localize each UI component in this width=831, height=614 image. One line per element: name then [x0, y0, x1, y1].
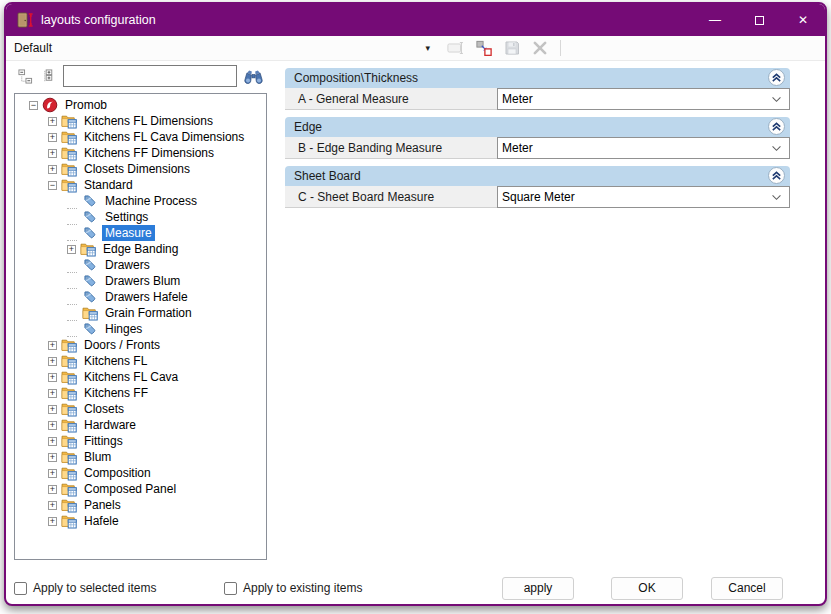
- window-controls: — ✕: [693, 4, 825, 36]
- section-title: Sheet Board: [294, 169, 361, 183]
- chevron-down-icon: ▾: [425, 43, 430, 53]
- tree-item-hardware[interactable]: +Hardware: [15, 417, 266, 433]
- apply-to-selected-items-checkbox[interactable]: Apply to selected items: [14, 581, 156, 595]
- collapse-section-button[interactable]: [768, 69, 785, 86]
- tree-item-blum[interactable]: +Blum: [15, 449, 266, 465]
- tree-item-hafele[interactable]: +Hafele: [15, 513, 266, 529]
- tree-item-standard[interactable]: −Standard: [15, 177, 266, 193]
- expand-expander-icon[interactable]: +: [48, 485, 57, 494]
- tree-item-drawers-hafele[interactable]: Drawers Hafele: [15, 289, 266, 305]
- expand-expander-icon[interactable]: +: [48, 165, 57, 174]
- maximize-button[interactable]: [737, 4, 781, 36]
- expand-expander-icon[interactable]: +: [48, 469, 57, 478]
- rename-layout-button[interactable]: [446, 39, 466, 57]
- tree-item-drawers[interactable]: Drawers: [15, 257, 266, 273]
- find-button[interactable]: [240, 65, 267, 88]
- titlebar: layouts configuration — ✕: [6, 4, 825, 36]
- collapse-expander-icon[interactable]: −: [48, 181, 57, 190]
- tree-item-measure[interactable]: Measure: [15, 225, 266, 241]
- expand-expander-icon[interactable]: +: [48, 117, 57, 126]
- section-header: Edge: [285, 117, 790, 137]
- tree-item-label: Closets Dimensions: [81, 161, 193, 177]
- expand-expander-icon[interactable]: +: [48, 501, 57, 510]
- tree-item-fittings[interactable]: +Fittings: [15, 433, 266, 449]
- expand-expander-icon[interactable]: +: [67, 245, 76, 254]
- tree-item-closets[interactable]: +Closets: [15, 401, 266, 417]
- field-dropdown[interactable]: Meter: [497, 88, 790, 110]
- checkbox-box[interactable]: [224, 582, 237, 595]
- tree-item-kitchens-fl-cava-dimensions[interactable]: +Kitchens FL Cava Dimensions: [15, 129, 266, 145]
- tree-item-hinges[interactable]: Hinges: [15, 321, 266, 337]
- close-icon: ✕: [798, 13, 808, 27]
- expand-all-button[interactable]: [37, 65, 60, 87]
- tree-search-input[interactable]: [63, 65, 237, 87]
- apply-to-existing-items-checkbox[interactable]: Apply to existing items: [224, 581, 362, 595]
- copy-layout-button[interactable]: [474, 39, 494, 57]
- checkbox-box[interactable]: [14, 582, 27, 595]
- folder-icon: [61, 449, 77, 465]
- tree-item-promob[interactable]: −Promob: [15, 97, 266, 113]
- apply-button[interactable]: apply: [502, 577, 574, 600]
- expand-expander-icon[interactable]: +: [48, 517, 57, 526]
- expand-expander-icon[interactable]: +: [48, 453, 57, 462]
- layout-selector-combobox[interactable]: Default ▾: [6, 36, 436, 61]
- layout-selector-value: Default: [14, 41, 52, 55]
- cancel-button[interactable]: Cancel: [711, 577, 783, 600]
- folder-icon: [61, 161, 77, 177]
- tree-item-composition[interactable]: +Composition: [15, 465, 266, 481]
- collapse-section-button[interactable]: [768, 167, 785, 184]
- collapse-expander-icon[interactable]: −: [29, 101, 38, 110]
- expand-expander-icon[interactable]: +: [48, 341, 57, 350]
- expand-expander-icon[interactable]: +: [48, 149, 57, 158]
- tree-item-machine-process[interactable]: Machine Process: [15, 193, 266, 209]
- delete-layout-button[interactable]: [530, 39, 550, 57]
- tag-icon: [82, 273, 98, 289]
- section-title: Edge: [294, 120, 322, 134]
- tree-item-grain-formation[interactable]: Grain Formation: [15, 305, 266, 321]
- minimize-button[interactable]: —: [693, 4, 737, 36]
- tree-item-kitchens-fl[interactable]: +Kitchens FL: [15, 353, 266, 369]
- expand-expander-icon[interactable]: +: [48, 389, 57, 398]
- expand-expander-icon[interactable]: +: [48, 373, 57, 382]
- folder-icon: [61, 129, 77, 145]
- collapse-all-button[interactable]: [14, 65, 37, 87]
- settings-section: Composition\Thickness A - General Measur…: [285, 68, 790, 110]
- field-dropdown[interactable]: Meter: [497, 137, 790, 159]
- field-row: C - Sheet Board Measure Square Meter: [285, 186, 790, 208]
- folder-icon: [61, 145, 77, 161]
- tree-item-closets-dimensions[interactable]: +Closets Dimensions: [15, 161, 266, 177]
- tree-item-doors-fronts[interactable]: +Doors / Fronts: [15, 337, 266, 353]
- delete-icon: [531, 40, 549, 56]
- checkbox-label: Apply to existing items: [243, 581, 362, 595]
- close-button[interactable]: ✕: [781, 4, 825, 36]
- tree-item-label: Hardware: [81, 417, 139, 433]
- layouts-configuration-dialog: layouts configuration — ✕ Default ▾: [4, 2, 827, 606]
- tree-item-kitchens-fl-cava[interactable]: +Kitchens FL Cava: [15, 369, 266, 385]
- expand-expander-icon[interactable]: +: [48, 437, 57, 446]
- tree-item-label: Promob: [62, 97, 110, 113]
- collapse-all-icon: [18, 69, 33, 84]
- folder-icon: [80, 241, 96, 257]
- expand-expander-icon[interactable]: +: [48, 405, 57, 414]
- tree-item-panels[interactable]: +Panels: [15, 497, 266, 513]
- tree-item-settings[interactable]: Settings: [15, 209, 266, 225]
- expand-expander-icon[interactable]: +: [48, 421, 57, 430]
- tree-item-drawers-blum[interactable]: Drawers Blum: [15, 273, 266, 289]
- tree-item-edge-banding[interactable]: +Edge Banding: [15, 241, 266, 257]
- tree-item-label: Kitchens FF Dimensions: [81, 145, 217, 161]
- tree-item-label: Edge Banding: [100, 241, 181, 257]
- ok-button[interactable]: OK: [611, 577, 683, 600]
- field-dropdown[interactable]: Square Meter: [497, 186, 790, 208]
- tree-item-label: Drawers Hafele: [102, 289, 191, 305]
- tree-item-label: Blum: [81, 449, 114, 465]
- expand-expander-icon[interactable]: +: [48, 133, 57, 142]
- tree-item-kitchens-ff[interactable]: +Kitchens FF: [15, 385, 266, 401]
- tree-item-kitchens-ff-dimensions[interactable]: +Kitchens FF Dimensions: [15, 145, 266, 161]
- field-dropdown-value: Meter: [502, 141, 533, 155]
- tree-item-kitchens-fl-dimensions[interactable]: +Kitchens FL Dimensions: [15, 113, 266, 129]
- save-layout-button[interactable]: [502, 39, 522, 57]
- tree-item-composed-panel[interactable]: +Composed Panel: [15, 481, 266, 497]
- collapse-section-button[interactable]: [768, 118, 785, 135]
- expand-expander-icon[interactable]: +: [48, 357, 57, 366]
- settings-section: Edge B - Edge Banding Measure Meter: [285, 117, 790, 159]
